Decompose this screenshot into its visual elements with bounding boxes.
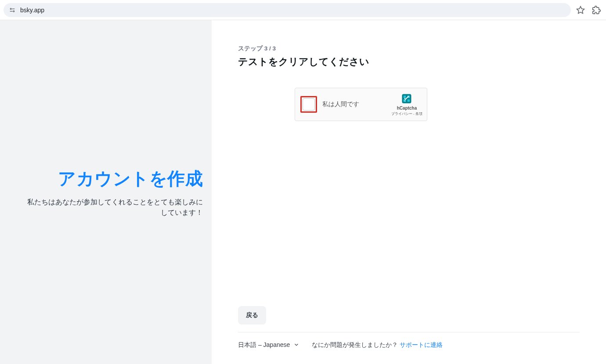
left-subtitle: 私たちはあなたが参加してくれることをとても楽しみにしています！ [27,197,203,218]
svg-rect-8 [404,100,406,102]
hcaptcha-logo-icon [400,93,413,105]
footer-problem-group: なにか問題が発生しましたか？ サポートに連絡 [312,341,443,349]
hcaptcha-links[interactable]: プライバシー - 条項 [391,111,422,116]
left-pane: アカウントを作成 私たちはあなたが参加してくれることをとても楽しみにしています！ [0,20,212,364]
chevron-down-icon [293,342,299,349]
url-bar[interactable]: bsky.app [4,3,571,17]
url-text: bsky.app [20,7,44,14]
captcha-label: 私は人間です [322,100,386,108]
back-row: 戻る [238,306,266,325]
site-settings-icon[interactable] [9,7,16,14]
svg-rect-9 [408,100,410,102]
contact-support-link[interactable]: サポートに連絡 [400,341,443,348]
app-container: アカウントを作成 私たちはあなたが参加してくれることをとても楽しみにしています！… [0,20,606,364]
language-label: 日本語 – Japanese [238,341,290,349]
right-pane: ステップ 3 / 3 テストをクリアしてください 私は人間です [212,20,606,364]
captcha-checkbox[interactable] [303,98,315,111]
svg-rect-6 [404,96,406,98]
svg-point-0 [10,8,11,10]
svg-point-2 [13,11,14,12]
browser-chrome-bar: bsky.app [0,0,606,20]
captcha-container: 私は人間です hCaptcha プライバシー - 条項 [238,88,484,121]
left-title: アカウントを作成 [58,167,203,191]
svg-marker-4 [577,6,584,13]
extensions-icon[interactable] [590,4,602,16]
problem-text: なにか問題が発生しましたか？ [312,341,398,348]
captcha-brand: hCaptcha プライバシー - 条項 [391,93,422,116]
captcha-highlight [300,96,317,113]
back-button[interactable]: 戻る [238,306,266,325]
step-label: ステップ 3 / 3 [238,45,606,53]
hcaptcha-brand-name: hCaptcha [397,106,417,111]
footer: 日本語 – Japanese なにか問題が発生しましたか？ サポートに連絡 [238,332,580,349]
page-headline: テストをクリアしてください [238,55,606,68]
hcaptcha-widget: 私は人間です hCaptcha プライバシー - 条項 [295,88,427,121]
language-selector[interactable]: 日本語 – Japanese [238,341,299,349]
bookmark-star-icon[interactable] [574,4,587,16]
